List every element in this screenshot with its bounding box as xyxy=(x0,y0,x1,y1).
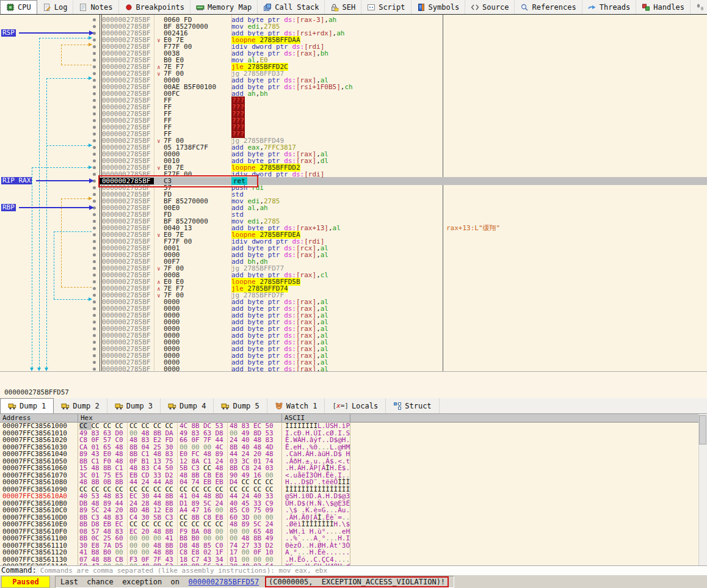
tab-breakpoints[interactable]: Breakpoints xyxy=(119,0,190,14)
breakpoint-dot[interactable] xyxy=(0,325,100,332)
breakpoint-dot[interactable] xyxy=(0,272,100,278)
instruction-comment xyxy=(443,131,707,137)
tab-seh[interactable]: SEH xyxy=(325,0,361,14)
tab-cpu[interactable]: CPU xyxy=(0,0,37,14)
breakpoint-dot[interactable] xyxy=(0,37,100,43)
breakpoint-dot[interactable] xyxy=(0,16,100,23)
truck-icon xyxy=(221,402,230,410)
breakpoint-dot[interactable] xyxy=(0,299,100,305)
breakpoint-dot[interactable] xyxy=(0,97,100,104)
breakpoint-dot[interactable] xyxy=(0,191,100,198)
disassembly-panel[interactable]: 0000002785BF0060 FDadd byte ptr ds:[rax-… xyxy=(0,15,707,371)
breakpoint-dot[interactable] xyxy=(0,312,100,319)
dump-ascii: XG...H.SH.V48H.d xyxy=(282,563,350,565)
tab-notes[interactable]: Notes xyxy=(73,0,118,14)
breakpoint-dot[interactable] xyxy=(0,366,100,371)
breakpoint-dot[interactable] xyxy=(0,104,100,111)
breakpoint-dot[interactable] xyxy=(0,151,100,158)
instruction-comment xyxy=(443,111,707,117)
instruction-text: add byte ptr ds:[rax],al xyxy=(231,366,443,371)
breakpoint-dot[interactable] xyxy=(0,245,100,252)
breakpoint-dot[interactable] xyxy=(0,57,100,64)
breakpoint-dot[interactable] xyxy=(0,211,100,218)
breakpoint-dot[interactable] xyxy=(0,43,100,50)
breakpoint-dot[interactable] xyxy=(0,238,100,245)
breakpoint-dot[interactable] xyxy=(0,218,100,225)
breakpoint-dot[interactable] xyxy=(0,90,100,97)
tab-label: Watch 1 xyxy=(286,402,317,410)
breakpoint-dot[interactable] xyxy=(0,184,100,191)
tab-symbols[interactable]: Symbols xyxy=(412,0,466,14)
breakpoint-dot[interactable] xyxy=(0,70,100,77)
tab-watch-1[interactable]: Watch 1 xyxy=(267,398,325,413)
source-icon xyxy=(471,3,479,12)
breakpoint-dot[interactable] xyxy=(0,158,100,164)
tab-dump-1[interactable]: Dump 1 xyxy=(0,398,54,413)
dump-address: 00007FFC38561080 xyxy=(0,479,78,486)
dump-tab-bar: Dump 1Dump 2Dump 3Dump 4Dump 5Watch 1[x=… xyxy=(0,398,707,414)
breakpoint-dot[interactable] xyxy=(0,265,100,272)
breakpoint-dot[interactable] xyxy=(0,305,100,312)
tab-handles[interactable]: Handles xyxy=(636,0,691,14)
tab-log[interactable]: Log xyxy=(37,0,74,14)
breakpoint-dot[interactable] xyxy=(0,124,100,131)
selected-byte: CC xyxy=(79,423,92,430)
dump-row[interactable]: 00007FFC385611405847000000488B53488B5634… xyxy=(0,563,698,565)
dump-panel[interactable]: Address Hex ASCII 00007FFC38561000CCCCCC… xyxy=(0,414,707,565)
dump-scrollbar[interactable] xyxy=(698,414,707,565)
breakpoint-dot[interactable] xyxy=(0,339,100,346)
dump-hex-bytes: 40534883EC30448B4104488D44244033 xyxy=(78,493,282,500)
breakpoint-dot[interactable] xyxy=(0,77,100,84)
breakpoint-dot[interactable] xyxy=(0,64,100,70)
breakpoint-dot[interactable] xyxy=(0,131,100,137)
tab-struct[interactable]: Struct xyxy=(386,398,439,413)
dump-hex-bytes: 5847000000488B53488B563438488364 xyxy=(78,563,282,565)
breakpoint-dot[interactable] xyxy=(0,285,100,292)
exception-address-link[interactable]: 0000002785BFFD57 xyxy=(189,578,259,586)
breakpoint-dot[interactable] xyxy=(0,319,100,325)
breakpoint-dot[interactable] xyxy=(0,111,100,117)
tab-label: Threads xyxy=(600,3,631,12)
breakpoint-dot[interactable] xyxy=(0,137,100,144)
register-pointer-arrow xyxy=(19,207,93,208)
tab-dump-5[interactable]: Dump 5 xyxy=(214,398,267,413)
tab-script[interactable]: Script xyxy=(361,0,411,14)
breakpoint-dot[interactable] xyxy=(0,144,100,151)
breakpoint-dot[interactable] xyxy=(0,278,100,285)
tab-references[interactable]: References xyxy=(515,0,582,14)
command-input[interactable] xyxy=(39,566,707,575)
tab-dump-3[interactable]: Dump 3 xyxy=(107,398,161,413)
scrollbar-thumb[interactable] xyxy=(699,415,706,445)
instruction-comment xyxy=(443,292,707,299)
breakpoint-dot[interactable] xyxy=(0,359,100,366)
breakpoint-dot[interactable] xyxy=(0,346,100,352)
instruction-comment xyxy=(443,137,707,144)
breakpoint-dot[interactable] xyxy=(0,252,100,258)
tab-label: Symbols xyxy=(429,3,460,12)
breakpoint-dot[interactable] xyxy=(0,84,100,90)
tab-trace[interactable]: Trace xyxy=(691,0,707,14)
breakpoint-dot[interactable] xyxy=(0,292,100,299)
info-panel: 0000002785BFFD57 xyxy=(0,371,707,398)
tab-source[interactable]: Source xyxy=(465,0,515,14)
threads-icon xyxy=(588,3,596,12)
instruction-comment xyxy=(443,312,707,319)
breakpoint-dot[interactable] xyxy=(0,164,100,171)
tab-dump-2[interactable]: Dump 2 xyxy=(54,398,107,413)
instruction-comment xyxy=(443,319,707,325)
instruction-text: ??? xyxy=(231,117,443,124)
tab-dump-4[interactable]: Dump 4 xyxy=(161,398,214,413)
breakpoint-dot[interactable] xyxy=(0,225,100,231)
instruction-comment xyxy=(443,278,707,285)
tab-memory-map[interactable]: Memory Map xyxy=(190,0,258,14)
tab-locals[interactable]: [x=]Locals xyxy=(325,398,386,413)
tab-call-stack[interactable]: Call Stack xyxy=(258,0,325,14)
breakpoint-dot[interactable] xyxy=(0,50,100,57)
breakpoint-dot[interactable] xyxy=(0,231,100,238)
tab-threads[interactable]: Threads xyxy=(582,0,637,14)
breakpoint-dot[interactable] xyxy=(0,258,100,265)
breakpoint-dot[interactable] xyxy=(0,117,100,124)
breakpoint-dot[interactable] xyxy=(0,352,100,359)
breakpoint-dot[interactable] xyxy=(0,332,100,339)
disasm-row[interactable]: 0000002785BF0000add byte ptr ds:[rax],al xyxy=(0,366,707,371)
